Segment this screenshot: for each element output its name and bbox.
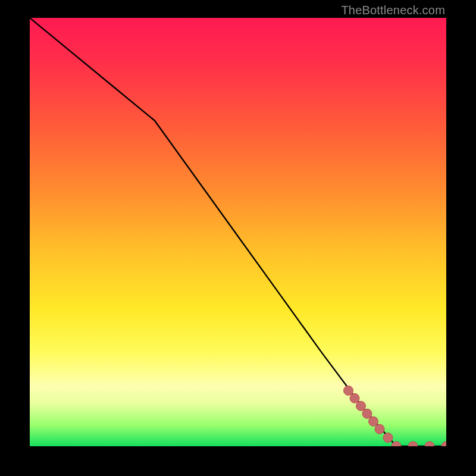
data-marker xyxy=(441,441,446,446)
data-marker xyxy=(425,441,434,446)
chart-overlay xyxy=(30,18,446,446)
curve-path xyxy=(30,18,446,446)
data-marker xyxy=(350,393,359,403)
data-marker xyxy=(375,424,384,434)
data-marker xyxy=(344,386,353,395)
markers-group xyxy=(344,386,447,446)
data-marker xyxy=(408,441,418,446)
data-marker xyxy=(356,401,366,411)
curve-path-group xyxy=(30,18,446,446)
attribution-label: TheBottleneck.com xyxy=(341,4,445,17)
data-marker xyxy=(383,433,393,443)
chart-frame: TheBottleneck.com xyxy=(0,0,476,476)
plot-area xyxy=(30,18,446,446)
data-marker xyxy=(362,409,372,418)
data-marker xyxy=(369,416,378,426)
